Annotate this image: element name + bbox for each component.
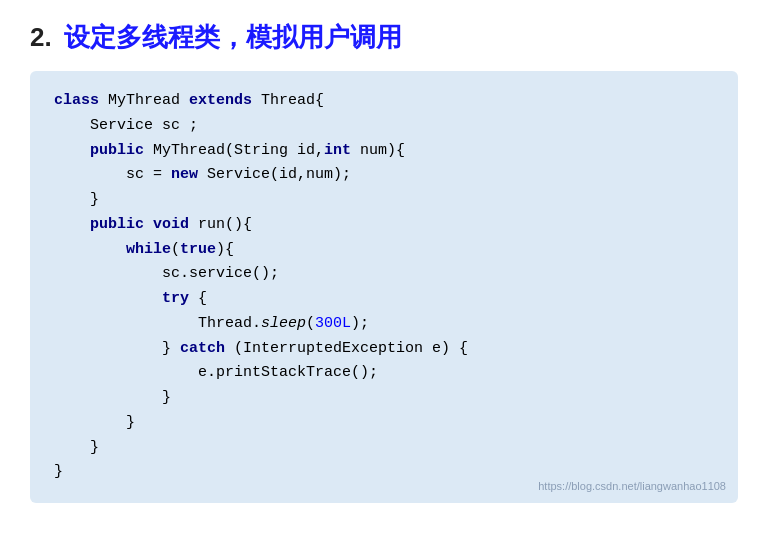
code-line-11: } catch (InterruptedException e) {: [54, 337, 714, 362]
normal-text: (: [171, 241, 180, 258]
normal-text: }: [162, 389, 171, 406]
normal-text: Service(id,num);: [198, 166, 351, 183]
keyword-while: while: [126, 241, 171, 258]
keyword: public: [90, 142, 144, 159]
normal-text: }: [90, 439, 99, 456]
section-number: 2.: [30, 22, 52, 53]
normal-text: {: [189, 290, 207, 307]
normal-text: run(){: [189, 216, 252, 233]
normal-text: }: [162, 340, 180, 357]
method-sleep: sleep: [261, 315, 306, 332]
normal-text: }: [90, 191, 99, 208]
code-line-12: e.printStackTrace();: [54, 361, 714, 386]
code-line-3: public MyThread(String id,int num){: [54, 139, 714, 164]
normal-text: Service sc ;: [90, 117, 198, 134]
number-literal: 300L: [315, 315, 351, 332]
normal-text: );: [351, 315, 369, 332]
normal-text: }: [54, 463, 63, 480]
code-line-15: }: [54, 436, 714, 461]
code-line-2: Service sc ;: [54, 114, 714, 139]
keyword: int: [324, 142, 351, 159]
normal-text: sc.service();: [162, 265, 279, 282]
normal-text: (: [306, 315, 315, 332]
code-block: class MyThread extends Thread{ Service s…: [30, 71, 738, 503]
normal-text: MyThread(String id,: [144, 142, 324, 159]
keyword-catch: catch: [180, 340, 225, 357]
normal-text: ){: [216, 241, 234, 258]
keyword: public void: [90, 216, 189, 233]
code-line-7: while(true){: [54, 238, 714, 263]
code-line-8: sc.service();: [54, 262, 714, 287]
keyword: extends: [189, 92, 252, 109]
keyword: class: [54, 92, 108, 109]
keyword-try: try: [162, 290, 189, 307]
code-line-14: }: [54, 411, 714, 436]
normal-text: (InterruptedException e) {: [225, 340, 468, 357]
normal-text: Thread{: [252, 92, 324, 109]
code-line-13: }: [54, 386, 714, 411]
code-line-9: try {: [54, 287, 714, 312]
normal-text: Thread.: [198, 315, 261, 332]
code-line-4: sc = new Service(id,num);: [54, 163, 714, 188]
section-title: 设定多线程类，模拟用户调用: [64, 20, 402, 55]
code-line-1: class MyThread extends Thread{: [54, 89, 714, 114]
code-line-10: Thread.sleep(300L);: [54, 312, 714, 337]
keyword-true: true: [180, 241, 216, 258]
code-line-6: public void run(){: [54, 213, 714, 238]
section-header: 2. 设定多线程类，模拟用户调用: [30, 20, 738, 55]
watermark: https://blog.csdn.net/liangwanhao1108: [538, 477, 726, 495]
page-container: 2. 设定多线程类，模拟用户调用 class MyThread extends …: [30, 20, 738, 503]
normal-text: num){: [351, 142, 405, 159]
normal-text: MyThread: [108, 92, 189, 109]
keyword: new: [171, 166, 198, 183]
normal-text: e.printStackTrace();: [198, 364, 378, 381]
normal-text: }: [126, 414, 135, 431]
normal-text: sc =: [126, 166, 171, 183]
code-line-5: }: [54, 188, 714, 213]
